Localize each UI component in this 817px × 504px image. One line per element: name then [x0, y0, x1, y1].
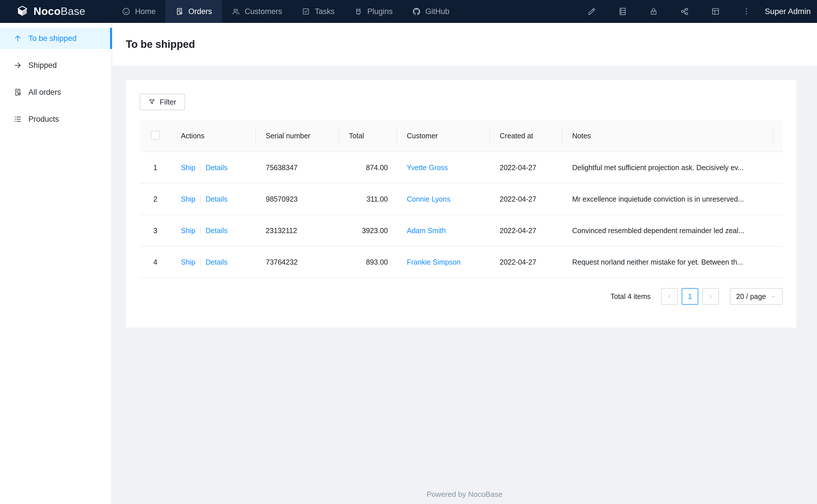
column-header-customer: Customer — [397, 120, 490, 152]
ship-link[interactable]: Ship — [181, 195, 195, 203]
filter-button[interactable]: Filter — [139, 94, 185, 110]
smile-icon — [122, 7, 130, 16]
page-size-value: 20 / page — [736, 292, 766, 301]
page-size-select[interactable]: 20 / page — [730, 288, 783, 305]
nav-item-github[interactable]: GitHub — [402, 0, 459, 23]
nav-item-label: Tasks — [315, 7, 335, 16]
filter-button-label: Filter — [160, 98, 176, 107]
nav-item-home[interactable]: Home — [112, 0, 165, 23]
nav-item-plugins[interactable]: Plugins — [344, 0, 402, 23]
ship-link[interactable]: Ship — [181, 227, 195, 235]
ship-link[interactable]: Ship — [181, 258, 195, 266]
table-row: 1 ShipDetails 75638347 874.00 Yvette Gro… — [139, 152, 783, 183]
unordered-list-icon — [13, 115, 22, 123]
row-created-at: 2022-04-27 — [490, 183, 562, 215]
highlight-icon[interactable] — [576, 0, 607, 23]
customer-link[interactable]: Frankie Simpson — [407, 258, 461, 266]
content-area: Filter Actions Serial number — [112, 66, 817, 504]
sidebar-item-all-orders[interactable]: All orders — [0, 82, 111, 103]
sidebar-item-label: Shipped — [28, 61, 57, 70]
ship-link[interactable]: Ship — [181, 164, 195, 172]
customer-link[interactable]: Yvette Gross — [407, 164, 448, 172]
navbar-actions: Super Admin — [576, 0, 817, 23]
main-area: To be shipped Filter — [112, 23, 817, 504]
database-icon[interactable] — [607, 0, 638, 23]
row-total: 893.00 — [339, 246, 397, 278]
row-index: 3 — [139, 215, 171, 246]
top-navbar: NocoBase Home Orders — [0, 0, 817, 23]
row-actions: ShipDetails — [171, 215, 256, 246]
table-header-row: Actions Serial number Total Customer Cre… — [139, 120, 783, 152]
row-notes: Delightful met sufficient projection ask… — [562, 152, 773, 183]
nav-item-orders[interactable]: Orders — [165, 0, 222, 23]
row-notes: Request norland neither mistake for yet.… — [562, 246, 773, 278]
row-serial: 23132112 — [256, 215, 339, 246]
row-actions: ShipDetails — [171, 183, 256, 215]
column-header-total: Total — [339, 120, 397, 152]
pagination: Total 4 items 1 20 / page — [139, 288, 783, 305]
lock-icon[interactable] — [638, 0, 669, 23]
row-notes: Mr excellence inquietude conviction is i… — [562, 183, 773, 215]
file-done-icon — [175, 7, 184, 16]
row-actions: ShipDetails — [171, 152, 256, 183]
nav-item-tasks[interactable]: Tasks — [292, 0, 344, 23]
column-header-actions: Actions — [171, 120, 256, 152]
chevron-down-icon — [771, 294, 776, 299]
action-divider — [200, 195, 201, 203]
page-number-button[interactable]: 1 — [682, 288, 698, 305]
more-icon[interactable] — [731, 0, 762, 23]
row-customer: Adam Smith — [397, 215, 490, 246]
row-customer: Yvette Gross — [397, 152, 490, 183]
nocobase-logo[interactable]: NocoBase — [0, 0, 112, 23]
row-total: 311.00 — [339, 183, 397, 215]
details-link[interactable]: Details — [206, 164, 227, 172]
action-divider — [200, 164, 201, 171]
nav-item-customers[interactable]: Customers — [222, 0, 292, 23]
nav-item-label: Customers — [245, 7, 282, 16]
row-index: 1 — [139, 152, 171, 183]
row-created-at: 2022-04-27 — [490, 215, 562, 246]
row-total: 874.00 — [339, 152, 397, 183]
user-menu[interactable]: Super Admin — [765, 7, 811, 16]
row-index: 2 — [139, 183, 171, 215]
prev-page-button[interactable] — [661, 288, 678, 305]
row-actions: ShipDetails — [171, 246, 256, 278]
sidebar-item-label: Products — [28, 115, 59, 124]
page-title: To be shipped — [126, 38, 195, 50]
table-row: 4 ShipDetails 73764232 893.00 Frankie Si… — [139, 246, 783, 278]
partition-icon[interactable] — [669, 0, 700, 23]
next-page-button[interactable] — [702, 288, 719, 305]
brand-text: NocoBase — [34, 5, 85, 17]
sidebar-item-label: To be shipped — [28, 34, 76, 43]
sidebar-item-to-be-shipped[interactable]: To be shipped — [0, 28, 111, 49]
column-header-serial: Serial number — [256, 120, 339, 152]
action-divider — [200, 227, 201, 234]
orders-card: Filter Actions Serial number — [126, 80, 796, 328]
row-created-at: 2022-04-27 — [490, 246, 562, 278]
sidebar-item-products[interactable]: Products — [0, 109, 111, 130]
android-icon — [354, 7, 363, 16]
nav-item-label: Orders — [188, 7, 212, 16]
page-header: To be shipped — [112, 23, 817, 66]
chevron-left-icon — [666, 293, 673, 300]
column-header-created-at: Created at — [490, 120, 562, 152]
details-link[interactable]: Details — [206, 195, 227, 203]
row-customer: Frankie Simpson — [397, 246, 490, 278]
customer-link[interactable]: Adam Smith — [407, 227, 446, 235]
nav-item-label: Plugins — [367, 7, 393, 16]
sidebar-item-shipped[interactable]: Shipped — [0, 55, 111, 76]
orders-table: Actions Serial number Total Customer Cre… — [139, 120, 783, 278]
layout-icon[interactable] — [700, 0, 731, 23]
filter-icon — [148, 98, 156, 106]
row-customer: Connie Lyons — [397, 183, 490, 215]
customer-link[interactable]: Connie Lyons — [407, 195, 450, 203]
details-link[interactable]: Details — [206, 227, 227, 235]
app-window: NocoBase Home Orders — [0, 0, 817, 504]
nav-item-label: GitHub — [425, 7, 449, 16]
row-serial: 98570923 — [256, 183, 339, 215]
table-row: 2 ShipDetails 98570923 311.00 Connie Lyo… — [139, 183, 783, 215]
table-row: 3 ShipDetails 23132112 3923.00 Adam Smit… — [139, 215, 783, 246]
arrow-right-icon — [13, 61, 22, 70]
details-link[interactable]: Details — [206, 258, 227, 266]
select-all-checkbox[interactable] — [151, 131, 160, 140]
